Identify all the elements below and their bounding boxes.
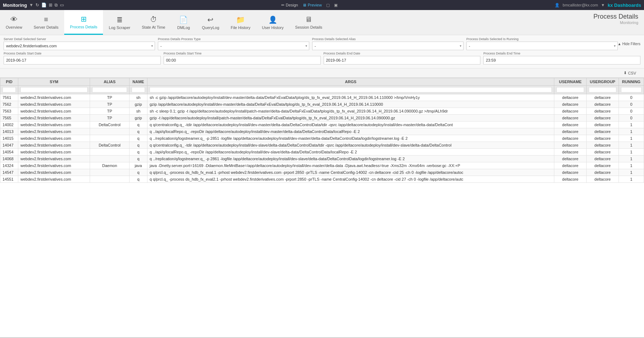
filter-running[interactable]: [621, 87, 641, 92]
table-row[interactable]: 14324 webdev2.firstderivatives.com Daemo…: [0, 162, 644, 169]
server-details-icon: ≡: [44, 15, 48, 24]
cell-name: q: [130, 122, 147, 128]
table-row[interactable]: 7563 webdev2.firstderivatives.com TP sh …: [0, 108, 644, 115]
col-usergroup[interactable]: USERGROUP: [587, 78, 619, 86]
running-select[interactable]: -: [466, 42, 618, 50]
alias-filter-label: Process Details Selected Alias: [312, 37, 464, 41]
cell-pid: 7565: [0, 115, 18, 122]
top-bar-center: ✏ Design 🖥 Preview ▢ ▣: [281, 3, 338, 8]
cell-name: sh: [130, 94, 147, 101]
preview-icon: 🖥: [302, 3, 306, 7]
col-username[interactable]: USERNAME: [554, 78, 587, 86]
filter-pid[interactable]: [3, 87, 16, 92]
cell-username: deltacore: [554, 108, 587, 115]
start-time-label: Process Details Start Time: [164, 52, 321, 55]
alias-filter-group: Process Details Selected Alias -: [312, 37, 464, 50]
table-row[interactable]: 14068 webdev2.firstderivatives.com q q .…: [0, 156, 644, 162]
cell-pid: 14054: [0, 149, 18, 156]
cell-alias: Daemon: [90, 162, 130, 169]
alias-select[interactable]: -: [312, 42, 464, 50]
filter-alias[interactable]: [92, 87, 127, 92]
filter-row-2: Process Details Start Date Process Detai…: [4, 52, 640, 65]
menu-icon[interactable]: ▭: [60, 3, 64, 8]
cell-sym: webdev2.firstderivatives.com: [18, 135, 90, 142]
nav-item-dmlog[interactable]: 📄 DMLog: [171, 10, 196, 35]
server-filter-group: Server Detail Selected Server webdev2.fi…: [4, 37, 155, 50]
nav-item-process-details[interactable]: ⊞ Process Details: [64, 10, 103, 35]
dropdown-icon[interactable]: ▼: [29, 3, 33, 8]
cell-running: 0: [619, 115, 644, 122]
nav-label-server-details: Server Details: [34, 25, 58, 29]
cell-username: deltacore: [554, 162, 587, 169]
copy-icon[interactable]: ⧉: [55, 3, 58, 8]
window-icon-2[interactable]: ▣: [334, 3, 338, 8]
table-row[interactable]: 7561 webdev2.firstderivatives.com TP sh …: [0, 94, 644, 101]
grid-icon[interactable]: ⊞: [49, 3, 52, 8]
col-running[interactable]: RUNNING: [619, 78, 644, 86]
window-icon-1[interactable]: ▢: [326, 3, 330, 8]
table-row[interactable]: 14054 webdev2.firstderivatives.com q q .…: [0, 149, 644, 156]
cell-usergroup: deltacore: [587, 169, 619, 176]
table-row[interactable]: 14547 webdev2.firstderivatives.com q q q…: [0, 169, 644, 176]
filter-args[interactable]: [150, 87, 552, 92]
end-time-input[interactable]: [483, 56, 640, 65]
cell-args: q ../replication/q/logstreamer.q_ -p 286…: [147, 156, 554, 162]
cell-usergroup: deltacore: [587, 162, 619, 169]
refresh-icon[interactable]: ↻: [36, 3, 39, 8]
nav-item-server-details[interactable]: ≡ Server Details: [28, 10, 64, 35]
table-row[interactable]: 14551 webdev2.firstderivatives.com q q q…: [0, 176, 644, 183]
cell-name: gzip: [130, 101, 147, 108]
table-row[interactable]: 7562 webdev2.firstderivatives.com TP gzi…: [0, 101, 644, 108]
nav-item-state-at-time[interactable]: ⏱ State At Time: [136, 10, 171, 35]
filter-usergroup[interactable]: [589, 87, 616, 92]
col-alias[interactable]: ALIAS: [90, 78, 130, 86]
start-time-input[interactable]: [164, 56, 321, 65]
nav-item-user-history[interactable]: 👤 User History: [256, 10, 290, 35]
cell-alias: [90, 156, 130, 162]
nav-item-session-details[interactable]: 🖥 Session Details: [290, 10, 328, 35]
col-name[interactable]: NAME: [130, 78, 147, 86]
nav-item-querylog[interactable]: ↩ QueryLog: [196, 10, 225, 35]
table-row[interactable]: 14002 webdev2.firstderivatives.com Delta…: [0, 122, 644, 128]
table-row[interactable]: 14015 webdev2.firstderivatives.com q q .…: [0, 135, 644, 142]
filter-sym[interactable]: [20, 87, 88, 92]
hide-filters-button[interactable]: ▲ Hide Filters: [618, 42, 640, 46]
nav-item-overview[interactable]: 👁 Overview: [0, 10, 28, 35]
cell-args: q q/prcl.q_ -process ds_hdb_fx_eval.1 -p…: [147, 169, 554, 176]
filter-username[interactable]: [556, 87, 584, 92]
nav-item-log-scraper[interactable]: ≣ Log Scraper: [103, 10, 136, 35]
table-row[interactable]: 7565 webdev2.firstderivatives.com TP gzi…: [0, 115, 644, 122]
col-sym[interactable]: SYM: [18, 78, 90, 86]
nav-item-file-history[interactable]: 📁 File History: [225, 10, 256, 35]
cell-alias: DeltaControl: [90, 142, 130, 149]
start-date-input[interactable]: [4, 56, 161, 65]
end-date-input[interactable]: [324, 56, 481, 65]
cell-running: 0: [619, 108, 644, 115]
cell-alias: TP: [90, 108, 130, 115]
file-icon[interactable]: 📄: [41, 3, 47, 8]
cell-usergroup: deltacore: [587, 156, 619, 162]
filter-name[interactable]: [132, 87, 145, 92]
col-args[interactable]: ARGS: [147, 78, 554, 86]
app-name: Monitoring: [3, 3, 27, 8]
cell-sym: webdev2.firstderivatives.com: [18, 108, 90, 115]
cell-pid: 14324: [0, 162, 18, 169]
server-select[interactable]: webdev2.firstderivatives.com: [4, 42, 155, 50]
main-table-container[interactable]: PID SYM ALIAS NAME ARGS USERNAME USERGRO…: [0, 78, 644, 337]
table-row[interactable]: 14013 webdev2.firstderivatives.com q q .…: [0, 128, 644, 135]
cell-pid: 14002: [0, 122, 18, 128]
design-button[interactable]: ✏ Design: [281, 3, 298, 8]
preview-button[interactable]: 🖥 Preview: [302, 3, 322, 7]
cell-running: 1: [619, 128, 644, 135]
col-pid[interactable]: PID: [0, 78, 18, 86]
log-scraper-icon: ≣: [117, 15, 123, 24]
table-row[interactable]: 14047 webdev2.firstderivatives.com Delta…: [0, 142, 644, 149]
user-dropdown-icon[interactable]: ▼: [601, 3, 605, 7]
overview-icon: 👁: [10, 15, 18, 24]
end-date-group: Process Details End Date: [324, 52, 481, 65]
cell-args: q ../api/q/localRepo.q_ -repoDir /app/de…: [147, 128, 554, 135]
csv-button[interactable]: ⬇ CSV: [621, 70, 638, 76]
process-type-select[interactable]: -: [158, 42, 309, 50]
cell-alias: TP: [90, 115, 130, 122]
cell-sym: webdev2.firstderivatives.com: [18, 156, 90, 162]
